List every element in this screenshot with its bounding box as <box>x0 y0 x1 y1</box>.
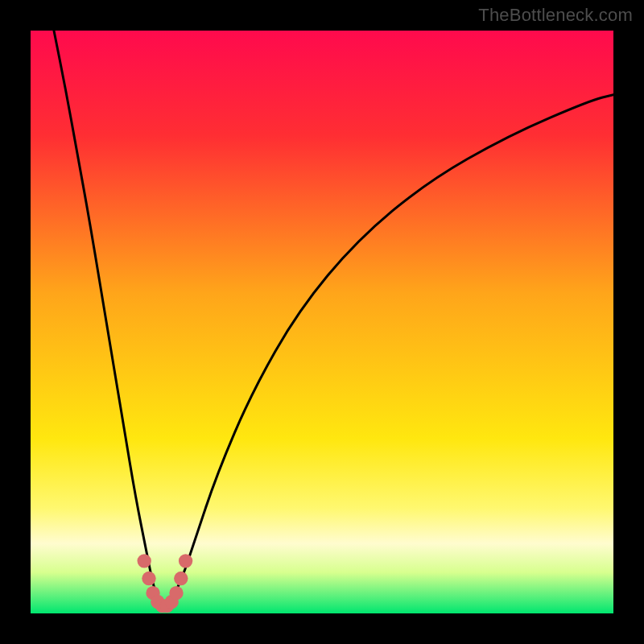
marker-dot <box>174 572 188 585</box>
marker-dot <box>137 554 151 568</box>
plot-area <box>31 31 613 613</box>
chart-svg <box>31 31 613 613</box>
watermark-text: TheBottleneck.com <box>478 5 633 26</box>
marker-dot <box>142 572 155 585</box>
outer-frame: TheBottleneck.com <box>0 0 644 644</box>
marker-dot <box>169 586 183 600</box>
gradient-background <box>31 31 613 613</box>
marker-dot <box>179 554 192 568</box>
